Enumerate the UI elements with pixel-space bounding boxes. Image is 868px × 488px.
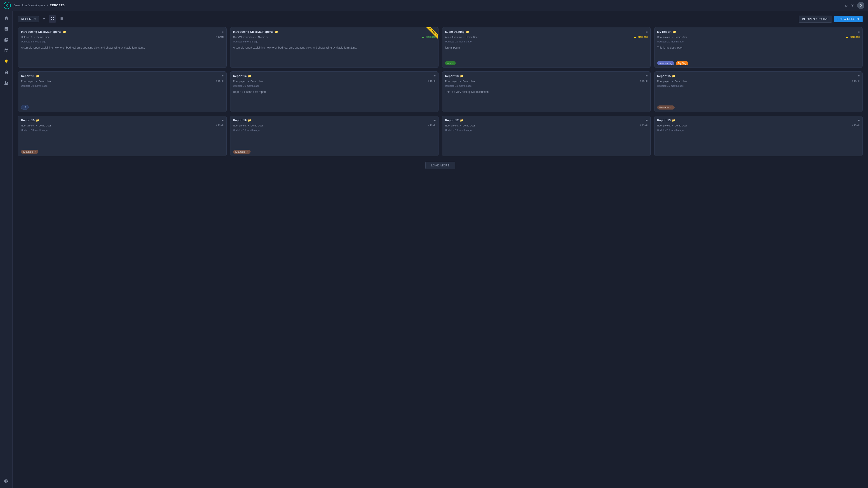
- report-card-r9[interactable]: Report 16 📁 ≡ Root project • Demo User ✎…: [18, 116, 226, 156]
- folder-icon: 📁: [248, 119, 251, 122]
- report-card-r4[interactable]: My Report 📁 ≡ Root project • Demo User ☁…: [654, 27, 863, 68]
- card-project: Root project: [445, 124, 458, 127]
- card-menu-icon[interactable]: ≡: [221, 119, 223, 123]
- card-header: Report 13 📁 ≡: [654, 116, 863, 124]
- report-card-r11[interactable]: Report 17 📁 ≡ Root project • Demo User ✎…: [442, 116, 651, 156]
- report-card-r2[interactable]: Introducing ClearML Reports 📁 ≡ ClearML …: [230, 27, 439, 68]
- filter-button[interactable]: [41, 15, 47, 23]
- grid-view-button[interactable]: [49, 15, 56, 23]
- sidebar-item-datasets[interactable]: [2, 68, 11, 77]
- status-badge: ☁ Published: [633, 35, 648, 38]
- recent-button[interactable]: RECENT ▾: [18, 16, 39, 22]
- dot-separator: •: [460, 124, 461, 127]
- card-menu-icon[interactable]: ≡: [221, 74, 223, 78]
- open-archive-button[interactable]: OPEN ARCHIVE: [799, 15, 832, 23]
- card-title-area: Report 11 📁: [21, 74, 220, 78]
- card-menu-icon[interactable]: ≡: [858, 30, 860, 34]
- report-card-r7[interactable]: Report 18 📁 ≡ Root project • Demo User ✎…: [442, 71, 651, 112]
- dot-separator: •: [255, 36, 256, 38]
- card-author: Demo User: [675, 124, 687, 127]
- card-menu-icon[interactable]: ≡: [646, 74, 648, 78]
- report-card-r8[interactable]: Report 15 📁 ≡ Root project • Demo User ✎…: [654, 71, 863, 112]
- load-more-section: LOAD MORE: [18, 162, 863, 169]
- card-updated: Updated 10 months ago: [654, 85, 863, 88]
- dot-separator: •: [36, 80, 37, 83]
- card-menu-icon[interactable]: ≡: [434, 119, 436, 123]
- topbar-left: C Demo User's workspace / REPORTS: [4, 2, 65, 9]
- sidebar-item-orchestration[interactable]: [2, 78, 11, 88]
- report-card-r3[interactable]: audio training 📁 ≡ Audio Example • Demo …: [442, 27, 651, 68]
- card-title-area: Report 18 📁: [445, 74, 644, 78]
- sidebar-item-home[interactable]: [2, 13, 11, 23]
- workspace-label[interactable]: Demo User's workspace: [13, 4, 45, 7]
- card-updated: Updated 10 months ago: [442, 85, 650, 88]
- card-tags: Example ›: [654, 104, 863, 112]
- tag[interactable]: My Tag: [676, 61, 688, 65]
- card-project: Root project: [233, 80, 246, 83]
- card-updated: Updated 10 months ago: [654, 129, 863, 132]
- help-icon[interactable]: ?: [851, 3, 854, 8]
- card-title-area: Introducing ClearML Reports 📁: [233, 30, 432, 33]
- report-card-r12[interactable]: Report 13 📁 ≡ Root project • Demo User ✎…: [654, 116, 863, 156]
- status-badge: ✎ Draft: [851, 124, 860, 127]
- folder-icon: 📁: [248, 74, 251, 78]
- card-description: This is my description: [654, 44, 863, 59]
- card-header: Report 16 📁 ≡: [18, 116, 226, 124]
- list-view-button[interactable]: [58, 15, 65, 23]
- card-menu-icon[interactable]: ≡: [434, 30, 436, 34]
- dot-separator: •: [672, 36, 673, 38]
- report-card-r10[interactable]: Report 19 📁 ≡ Root project • Demo User ✎…: [230, 116, 439, 156]
- logo[interactable]: C: [4, 2, 11, 9]
- card-header: Report 15 📁 ≡: [654, 72, 863, 80]
- card-title: Report 15: [657, 74, 671, 78]
- card-menu-icon[interactable]: ≡: [646, 119, 648, 123]
- new-report-button[interactable]: + NEW REPORT: [834, 16, 863, 22]
- card-tags: Example ›: [18, 148, 226, 156]
- sidebar-item-reports[interactable]: [2, 57, 11, 66]
- breadcrumb-separator: /: [47, 4, 48, 7]
- card-author: Demo User: [462, 80, 475, 83]
- tag[interactable]: Example ›: [233, 150, 251, 154]
- folder-icon: 📁: [460, 74, 463, 78]
- card-header: Report 11 📁 ≡: [18, 72, 226, 80]
- card-project: Root project: [657, 124, 671, 127]
- card-menu-icon[interactable]: ≡: [858, 74, 860, 78]
- card-author: Demo User: [36, 36, 49, 38]
- card-description: lorem ipsum: [442, 44, 650, 59]
- card-meta-left: Root project • Demo User: [445, 124, 475, 127]
- tag[interactable]: Example ›: [21, 150, 38, 154]
- card-header: My Report 📁 ≡: [654, 27, 863, 35]
- card-title: audio training: [445, 30, 465, 33]
- sidebar-item-pipelines[interactable]: [2, 46, 11, 55]
- dot-separator: •: [672, 124, 673, 127]
- avatar[interactable]: D: [857, 2, 864, 9]
- tag[interactable]: 11: [21, 105, 29, 109]
- card-meta-left: ClearML examples • Allegro.ai: [233, 36, 268, 38]
- card-tags: audio: [442, 59, 650, 67]
- report-card-r5[interactable]: Report 11 📁 ≡ Root project • Demo User ✎…: [18, 71, 226, 112]
- sidebar-item-experiments[interactable]: [2, 24, 11, 33]
- tag[interactable]: Another tag: [657, 61, 675, 65]
- card-menu-icon[interactable]: ≡: [221, 30, 223, 34]
- search-icon[interactable]: ⌕: [845, 3, 848, 8]
- sidebar-item-models[interactable]: [2, 35, 11, 44]
- card-meta-left: Root project • Demo User: [657, 80, 687, 83]
- load-more-button[interactable]: LOAD MORE: [426, 162, 456, 169]
- card-menu-icon[interactable]: ≡: [434, 74, 436, 78]
- toolbar-left: RECENT ▾: [18, 15, 65, 23]
- card-meta: Root project • Demo User ✎ Draft: [654, 124, 863, 129]
- sidebar-item-slack[interactable]: [2, 476, 11, 485]
- report-card-r1[interactable]: Introducing ClearML Reports 📁 ≡ Dataset_…: [18, 27, 226, 68]
- card-menu-icon[interactable]: ≡: [858, 119, 860, 123]
- card-title-area: Report 13 📁: [657, 119, 856, 122]
- card-description: This is a very descriptive description: [442, 88, 650, 112]
- tag[interactable]: audio: [445, 61, 456, 65]
- card-menu-icon[interactable]: ≡: [646, 30, 648, 34]
- card-updated: Updated 10 months ago: [230, 85, 438, 88]
- tag[interactable]: Example ›: [657, 105, 675, 109]
- dot-separator: •: [36, 124, 37, 127]
- card-meta: Root project • Demo User ✎ Draft: [18, 80, 226, 85]
- card-author: Allegro.ai: [257, 36, 268, 38]
- status-badge: ✎ Draft: [428, 124, 436, 127]
- report-card-r6[interactable]: Report 14 📁 ≡ Root project • Demo User ✎…: [230, 71, 439, 112]
